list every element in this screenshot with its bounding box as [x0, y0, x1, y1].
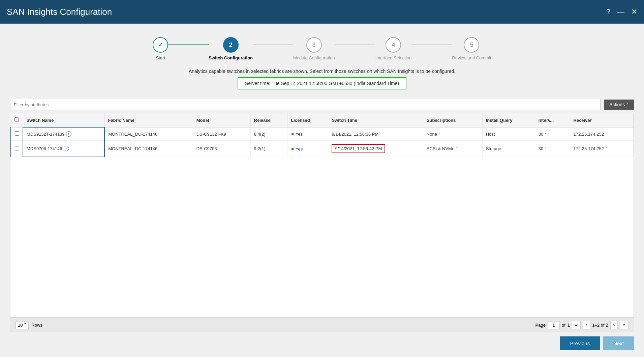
switches-table: Switch Name Fabric Name Model Release Li…: [10, 113, 634, 157]
subscriptions-dropdown[interactable]: None ˅: [427, 132, 440, 137]
row-checkbox[interactable]: [15, 146, 19, 150]
connector-1: [168, 44, 209, 45]
interval-cell[interactable]: 30 ˅: [535, 127, 570, 141]
th-interval: Interv...: [535, 113, 570, 127]
page-description: Analytics capable switches in selected f…: [10, 68, 634, 74]
row-checkbox[interactable]: [15, 131, 19, 136]
subscriptions-chevron-icon: ˅: [438, 132, 440, 136]
receiver-value: 172.25.174.252: [574, 132, 604, 137]
receiver-cell[interactable]: 172.25.174.252 ˅: [570, 127, 633, 141]
last-page-button[interactable]: »: [620, 321, 628, 329]
step-switch-config-circle: 2: [223, 37, 239, 53]
previous-button[interactable]: Previous: [560, 336, 600, 350]
total-pages: 1: [568, 323, 570, 328]
switch-info-icon[interactable]: i: [66, 131, 71, 137]
rows-per-page: 10 ˅ Rows: [16, 321, 42, 329]
release-cell: 8.4(2): [250, 127, 287, 141]
step-module-config: 3 Module Configuration: [293, 37, 335, 60]
receiver-cell[interactable]: 172.25.174.252 ˅: [570, 141, 633, 157]
prev-page-button[interactable]: ‹: [583, 321, 590, 329]
app-title: SAN Insights Configuration: [7, 7, 112, 17]
rows-dropdown[interactable]: 10 ˅: [16, 321, 29, 329]
step-review-commit: 5 Review and Commit: [452, 37, 491, 60]
install-query-cell: Host: [482, 127, 535, 141]
fabric-name-cell: MONTREAL_DC-174146: [104, 141, 193, 157]
interval-dropdown[interactable]: 30 ˅: [539, 146, 546, 151]
step-review-commit-label: Review and Commit: [452, 55, 491, 60]
switch-time-cell: 9/14/2021, 12:56:42 PM: [328, 141, 423, 157]
receiver-chevron-icon: ˅: [605, 132, 607, 136]
th-model: Model: [193, 113, 250, 127]
interval-value: 30: [539, 146, 543, 151]
next-button[interactable]: Next: [603, 336, 634, 350]
step-start-circle: ✓: [153, 37, 168, 53]
switch-time-value: 9/14/2021, 12:56:42 PM: [332, 144, 385, 153]
connector-4: [411, 44, 452, 45]
th-install-query: Install Query: [482, 113, 535, 127]
filter-input[interactable]: [10, 99, 601, 110]
subscriptions-cell[interactable]: None ˅: [423, 127, 482, 141]
table-container: Switch Name Fabric Name Model Release Li…: [10, 113, 634, 317]
subscriptions-cell[interactable]: SCSI & NVMe ˅: [423, 141, 482, 157]
minimize-icon[interactable]: —: [617, 7, 624, 16]
subscriptions-value: None: [427, 132, 437, 137]
interval-value: 30: [539, 132, 543, 137]
th-checkbox: [11, 113, 23, 127]
table-header-row: Switch Name Fabric Name Model Release Li…: [11, 113, 634, 127]
licensed-dot: ●: [291, 146, 294, 152]
receiver-dropdown[interactable]: 172.25.174.252 ˅: [574, 146, 607, 151]
page-number-input[interactable]: [548, 321, 560, 329]
interval-chevron-icon: ˅: [545, 132, 546, 136]
th-subscriptions: Subscriptions: [423, 113, 482, 127]
step-start-label: Start: [156, 55, 165, 60]
stepper: ✓ Start 2 Switch Configuration 3 Module …: [10, 30, 634, 64]
table-row: MDS9706-174146 i MONTREAL_DC-174146DS-C9…: [11, 141, 634, 157]
main-content: ✓ Start 2 Switch Configuration 3 Module …: [0, 24, 644, 357]
next-page-button[interactable]: ›: [610, 321, 618, 329]
subscriptions-value: SCSI & NVMe: [427, 146, 454, 151]
interval-chevron-icon: ˅: [545, 147, 546, 150]
subscriptions-dropdown[interactable]: SCSI & NVMe ˅: [427, 146, 457, 151]
app-header: SAN Insights Configuration ? — ✕: [0, 0, 644, 24]
fabric-name-cell: MONTREAL_DC-174146: [104, 127, 193, 141]
step-switch-config-label: Switch Configuration: [209, 55, 253, 60]
window-controls: ? — ✕: [606, 7, 637, 16]
switch-info-icon[interactable]: i: [64, 146, 69, 151]
connector-3: [335, 44, 375, 45]
licensed-dot: ●: [291, 131, 294, 137]
actions-button[interactable]: Actions ˅: [604, 100, 634, 110]
receiver-value: 172.25.174.252: [574, 146, 604, 151]
receiver-dropdown[interactable]: 172.25.174.252 ˅: [574, 132, 607, 137]
switch-time-cell: 9/14/2021, 12:56:36 PM: [328, 127, 423, 141]
licensed-text: Yes: [296, 146, 303, 152]
filter-bar: Actions ˅: [10, 99, 634, 110]
first-page-button[interactable]: «: [572, 321, 581, 329]
close-icon[interactable]: ✕: [631, 7, 637, 16]
page-range: 1–2 of 2: [592, 323, 608, 328]
connector-2: [253, 44, 293, 45]
table-row: MDS9132T-174139 i MONTREAL_DC-174146DS-C…: [11, 127, 634, 141]
th-release: Release: [250, 113, 287, 127]
step-interface-selection-circle: 4: [386, 37, 401, 53]
rows-label: Rows: [31, 323, 42, 328]
step-switch-config: 2 Switch Configuration: [209, 37, 253, 60]
select-all-checkbox[interactable]: [14, 117, 19, 122]
interval-dropdown[interactable]: 30 ˅: [539, 132, 546, 137]
interval-cell[interactable]: 30 ˅: [535, 141, 570, 157]
step-module-config-circle: 3: [306, 37, 322, 53]
receiver-chevron-icon: ˅: [605, 147, 607, 150]
page-controls: Page of 1 « ‹ 1–2 of 2 › »: [535, 321, 628, 329]
server-time-container: Server time: Tue Sep 14 2021 12:58:00 GM…: [10, 77, 634, 95]
switch-name-text: MDS9132T-174139: [27, 132, 65, 137]
pagination-bar: 10 ˅ Rows Page of 1 « ‹ 1–2 of 2 › »: [10, 317, 634, 332]
release-cell: 9.2(1): [250, 141, 287, 157]
switch-name-cell: MDS9706-174146 i: [27, 146, 101, 151]
licensed-cell: ●Yes: [287, 141, 328, 157]
rows-value: 10: [18, 323, 23, 328]
of-label: of: [562, 323, 565, 328]
help-icon[interactable]: ?: [606, 7, 610, 16]
th-licensed: Licensed: [287, 113, 328, 127]
switch-name-cell: MDS9132T-174139 i: [27, 131, 101, 137]
th-switch-time: Switch Time: [328, 113, 423, 127]
licensed-text: Yes: [296, 132, 303, 137]
